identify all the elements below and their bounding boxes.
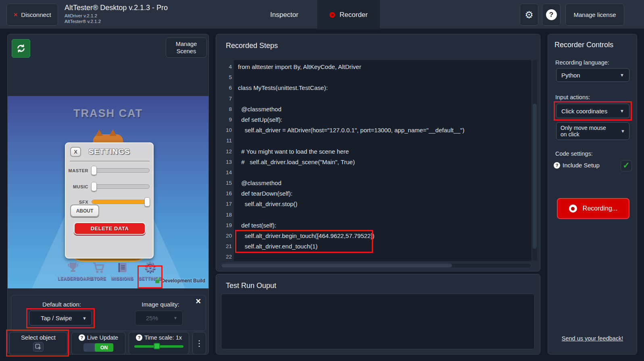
input-actions-value: Click coordinates [561,108,607,115]
missions-label: MISSIONS [107,276,138,281]
game-settings-dialog: X SETTINGS MASTER MUSIC SFX ABOUT DELETE… [65,142,154,259]
live-update-state: ON [95,343,113,352]
tab-recorder-label: Recorder [340,11,368,19]
disconnect-label: Disconnect [21,11,51,18]
select-cursor-icon [33,342,44,352]
time-scale-slider-thumb[interactable] [154,343,160,349]
code-line[interactable]: 13 # self.alt_driver.load_scene("Main", … [220,157,531,167]
kebab-icon: ⋮ [195,338,203,348]
horizontal-scrollbar[interactable] [220,263,531,268]
code-line[interactable]: 8 @classmethod [220,104,531,115]
code-line[interactable]: 21 self.alt_driver.end_touch(1) [220,241,531,252]
code-line[interactable]: 6class MyTests(unittest.TestCase): [220,83,531,93]
manage-license-button[interactable]: Manage license [565,4,624,26]
recorder-controls-title: Recorder Controls [554,41,613,49]
mouse-move-value: Only move mouse on click [561,125,613,138]
select-object-button[interactable]: Select object [9,332,67,355]
code-line[interactable]: 22 [220,252,531,261]
code-editor[interactable]: 4from alttester import By, AltKeyCode, A… [220,60,531,261]
recording-button[interactable]: Recording... [557,198,629,219]
about-button[interactable]: ABOUT [70,204,99,217]
code-line[interactable]: 4from alttester import By, AltKeyCode, A… [220,62,531,72]
chevron-down-icon: ▼ [82,316,87,321]
check-icon: ✓ [623,161,630,170]
include-setup-label: Include Setup [563,162,600,169]
recording-label: Recording... [583,205,617,212]
live-update-toggle[interactable]: ON [83,343,113,352]
vertical-scrollbar[interactable] [532,60,537,261]
master-label: MASTER [66,168,88,173]
book-icon [107,259,138,275]
refresh-icon [16,43,26,54]
game-title: TRASH CAT [8,107,208,120]
default-action-value: Tap / Swipe [41,315,72,321]
code-line[interactable]: 7 [220,94,531,104]
game-gear-icon: ⚙ [144,260,156,275]
altdriver-version: AltDriver v.2.1.2 [65,13,168,19]
time-scale-slider[interactable] [134,345,183,348]
about-label: ABOUT [76,208,94,214]
time-scale-help-icon[interactable]: ? [136,334,142,341]
music-slider[interactable] [92,184,150,189]
image-quality-dropdown[interactable]: 25% ▼ [135,311,183,326]
input-actions-dropdown[interactable]: Click coordinates ▼ [556,104,629,118]
manage-scenes-button[interactable]: Manage Scenes [166,38,207,58]
music-volume-row: MUSIC [66,183,153,192]
code-line[interactable]: 9 def setUp(self): [220,115,531,125]
close-icon[interactable]: × [196,296,201,307]
master-slider[interactable] [92,168,150,173]
code-line[interactable]: 19 def test(self): [220,220,531,231]
delete-data-button[interactable]: DELETE DATA [74,222,146,235]
manage-scenes-label: Manage Scenes [169,40,203,55]
code-line[interactable]: 16 def tearDown(self): [220,188,531,199]
device-panel: Manage Scenes TRASH CAT RUN! X SETTINGS … [7,34,209,355]
select-object-label: Select object [10,334,67,341]
chevron-down-icon: ▼ [620,109,624,113]
page-title: AltTester® Desktop v.2.1.3 - Pro [65,4,168,12]
recorded-steps-panel: Recorded Steps 4from alttester import By… [216,34,540,271]
vertical-scrollbar-thumb[interactable] [533,104,537,249]
tab-inspector[interactable]: Inspector [258,0,311,29]
code-line[interactable]: 18 [220,210,531,220]
test-run-output-panel: Test Run Ouput [216,274,540,355]
feedback-link[interactable]: Send us your feedback! [548,335,637,342]
help-button[interactable]: ? [542,4,561,26]
app-title-block: AltTester® Desktop v.2.1.3 - Pro AltDriv… [65,4,168,24]
code-line[interactable]: 14 [220,167,531,178]
include-setup-help-icon[interactable]: ? [554,162,560,169]
settings-gear-button[interactable]: ⚙ [520,4,538,26]
preview-settings-box: × Default action: Image quality: Tap / S… [11,295,206,331]
code-line[interactable]: 10 self.alt_driver = AltDriver(host="127… [220,125,531,136]
disconnect-button[interactable]: × Disconnect [6,4,58,26]
game-preview[interactable]: TRASH CAT RUN! X SETTINGS MASTER MUSIC S… [8,96,208,288]
test-run-output-title: Test Run Ouput [226,282,276,290]
tab-inspector-label: Inspector [270,11,298,19]
development-build-badge: Development Build [155,278,205,284]
sfx-slider[interactable] [92,200,150,204]
default-action-dropdown[interactable]: Tap / Swipe ▼ [29,311,92,326]
game-menu-missions[interactable]: MISSIONS [107,259,138,281]
dialog-divider [70,161,150,162]
mouse-move-dropdown[interactable]: Only move mouse on click ▼ [556,122,629,140]
refresh-button[interactable] [12,39,30,58]
input-actions-label: Input actions: [555,94,590,100]
default-action-label: Default action: [27,301,96,308]
horizontal-scrollbar-thumb[interactable] [221,264,452,267]
sfx-label: SFX [66,200,88,204]
include-setup-checkbox[interactable]: ✓ [621,160,632,171]
code-line[interactable]: 5 [220,72,531,83]
code-line[interactable]: 12 # You might want to load the scene he… [220,146,531,157]
live-update-help-icon[interactable]: ? [79,334,85,341]
tab-recorder[interactable]: Recorder [317,0,380,29]
gear-icon: ⚙ [525,9,534,21]
more-options-button[interactable]: ⋮ [192,332,206,355]
delete-data-label: DELETE DATA [91,225,129,232]
record-icon [569,204,577,213]
recorded-steps-title: Recorded Steps [226,42,278,50]
recording-language-dropdown[interactable]: Python ▼ [556,68,629,82]
code-line[interactable]: 15 @classmethod [220,178,531,188]
code-line[interactable]: 20 self.alt_driver.begin_touch([464.9622… [220,231,531,241]
time-scale-control: ? Time scale: 1x [129,332,189,355]
code-line[interactable]: 11 [220,136,531,146]
code-line[interactable]: 17 self.alt_driver.stop() [220,199,531,209]
